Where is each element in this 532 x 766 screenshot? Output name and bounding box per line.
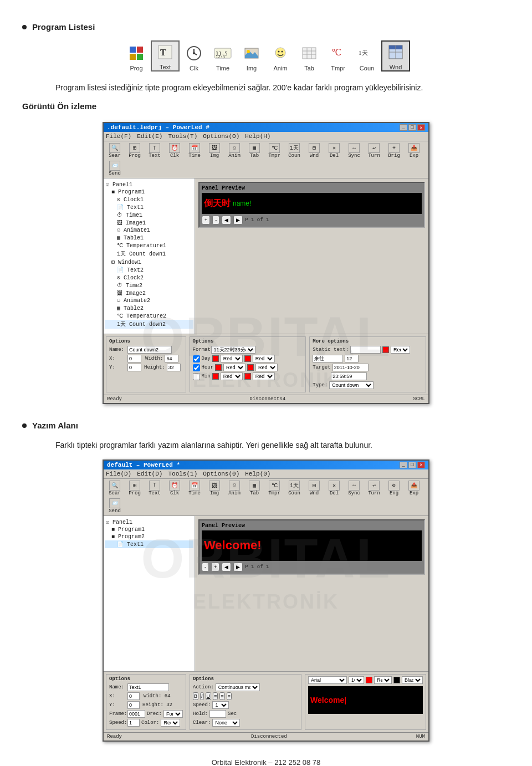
- tb2-tmpr[interactable]: ℃Tmpr: [265, 481, 283, 496]
- tree2-text1[interactable]: 📄 Text1: [105, 540, 193, 548]
- tb-anim[interactable]: ☺Anim: [226, 143, 243, 159]
- hour-color-select[interactable]: Red: [223, 364, 245, 371]
- min-checkbox[interactable]: [193, 373, 200, 380]
- menu-file-2[interactable]: File(D): [106, 471, 131, 477]
- preview-next-btn[interactable]: ▶: [233, 216, 243, 224]
- tb2-sear[interactable]: 🔍Sear: [106, 481, 124, 496]
- tree-panel1[interactable]: ☑ Panel1: [105, 181, 193, 188]
- opt2-x-input[interactable]: [127, 692, 140, 700]
- tree-table1[interactable]: ▦ Table1: [105, 234, 193, 242]
- tb2-prog[interactable]: ⊞Prog: [126, 481, 144, 496]
- menu-options-2[interactable]: Options(0): [203, 471, 239, 477]
- target-date-input[interactable]: [332, 364, 369, 371]
- tree2-program2[interactable]: ■ Program2: [105, 533, 193, 540]
- close-btn-1[interactable]: ✕: [417, 124, 425, 131]
- toolbar-text[interactable]: T Text: [151, 40, 180, 72]
- opt2-name-input[interactable]: [127, 683, 169, 691]
- tb2-sync[interactable]: ↔Sync: [345, 481, 363, 496]
- preview2-minus-btn[interactable]: -: [202, 563, 209, 571]
- tb2-exp[interactable]: 📤Exp: [405, 481, 423, 496]
- tree-animate1[interactable]: ☺ Animate1: [105, 227, 193, 234]
- tree-program1[interactable]: ■ Program1: [105, 188, 193, 196]
- tb2-coun[interactable]: 1天Coun: [285, 481, 303, 496]
- tree-window1[interactable]: ⊞ Window1: [105, 258, 193, 266]
- opt2-bgcolor-select[interactable]: Black: [402, 676, 423, 684]
- tb-sync[interactable]: ↔Sync: [345, 143, 363, 159]
- tb-wnd[interactable]: ⊞Wnd: [305, 143, 323, 159]
- opt2-y-input[interactable]: [127, 701, 140, 709]
- opt2-color-select[interactable]: Red: [161, 719, 180, 727]
- preview2-next-btn[interactable]: ▶: [233, 563, 243, 571]
- maximize-btn-1[interactable]: □: [408, 124, 416, 131]
- toolbar-img[interactable]: Img: [237, 43, 266, 72]
- tree-table2[interactable]: ▦ Table2: [105, 304, 193, 312]
- day-color-select[interactable]: Red: [221, 355, 243, 362]
- tb-turn[interactable]: ↩Turn: [365, 143, 383, 159]
- toolbar-prog[interactable]: Prog: [122, 43, 151, 72]
- tb-time[interactable]: 📅Time: [186, 143, 203, 159]
- tb-tab[interactable]: ▦Tab: [245, 143, 263, 159]
- day-checkbox[interactable]: [193, 355, 200, 362]
- opt2-hold-input[interactable]: [209, 710, 226, 718]
- preview2-prev-btn[interactable]: ◀: [222, 563, 231, 571]
- opt2-fontcolor-select[interactable]: Red: [374, 676, 392, 684]
- tb2-clk[interactable]: ⏰Clk: [166, 481, 183, 496]
- opt2-align-center-btn[interactable]: ≡: [219, 692, 224, 700]
- tree2-panel1[interactable]: ☑ Panel1: [105, 518, 193, 526]
- type-select[interactable]: Count down: [329, 381, 374, 389]
- tree-temp2[interactable]: ℃ Temperature2: [105, 312, 193, 320]
- opt2-clear-select[interactable]: None: [212, 719, 240, 727]
- tb2-time[interactable]: 📅Time: [186, 481, 203, 496]
- toolbar-tab[interactable]: Tab: [295, 43, 324, 72]
- tb2-turn[interactable]: ↩Turn: [365, 481, 383, 496]
- toolbar-time[interactable]: 11-5 12:3 Time: [208, 43, 237, 72]
- width-input[interactable]: [165, 355, 178, 362]
- min-color2-select[interactable]: Red: [253, 372, 275, 380]
- minimize-btn-1[interactable]: _: [400, 124, 407, 131]
- menu-tools-2[interactable]: Tools(1): [168, 471, 197, 477]
- tree-text2[interactable]: 📄 Text2: [105, 266, 193, 274]
- close-btn-2[interactable]: ✕: [417, 462, 425, 468]
- tb2-send[interactable]: 📨Send: [106, 498, 124, 514]
- static-color-select[interactable]: Red: [391, 346, 410, 354]
- preview-minus-btn[interactable]: -: [212, 216, 219, 224]
- tb-del[interactable]: ✕Del: [325, 143, 343, 159]
- tb-brig[interactable]: ☀Brig: [385, 143, 403, 159]
- opt2-action-select[interactable]: Continuous move: [216, 683, 260, 691]
- toolbar-coun[interactable]: 1天 Coun: [352, 43, 381, 72]
- y-input[interactable]: [127, 364, 141, 371]
- preview-plus-btn[interactable]: +: [202, 216, 210, 224]
- opt2-italic-btn[interactable]: I: [200, 692, 204, 700]
- opt2-font-select[interactable]: Arial: [308, 676, 347, 684]
- tb2-text[interactable]: TText: [146, 481, 163, 496]
- preview-prev-btn[interactable]: ◀: [222, 216, 231, 224]
- tb-send[interactable]: 📨Send: [106, 161, 124, 176]
- maximize-btn-2[interactable]: □: [408, 462, 416, 468]
- tb-exp[interactable]: 📤Exp: [405, 143, 423, 159]
- min-color-select[interactable]: Red: [221, 372, 243, 380]
- opt2-bold-btn[interactable]: B: [193, 692, 198, 700]
- opt2-align-right-btn[interactable]: ≡: [227, 692, 232, 700]
- tb-prog[interactable]: ⊞Prog: [126, 143, 144, 159]
- tb2-wnd[interactable]: ⊞Wnd: [305, 481, 323, 496]
- minimize-btn-2[interactable]: _: [400, 462, 407, 468]
- opt2-drec-select[interactable]: Font: [163, 710, 183, 718]
- x-input[interactable]: [127, 355, 141, 362]
- menu-options-1[interactable]: Options(O): [203, 133, 239, 140]
- tb2-img[interactable]: 🖼Img: [206, 481, 223, 496]
- tree-animate2[interactable]: ☺ Animate2: [105, 297, 193, 304]
- tb-text[interactable]: TText: [146, 143, 163, 159]
- tb-tmpr[interactable]: ℃Tmpr: [265, 143, 283, 159]
- opt2-speed-input[interactable]: [127, 719, 140, 727]
- blank-input[interactable]: [313, 355, 343, 362]
- tb2-anim[interactable]: ☺Anim: [226, 481, 243, 496]
- tree-clock2[interactable]: ⊙ Clock2: [105, 274, 193, 282]
- toolbar-clk[interactable]: Clk: [180, 43, 208, 72]
- name-input[interactable]: [127, 346, 172, 354]
- menu-edit-1[interactable]: Edit(E): [137, 133, 162, 140]
- menu-help-1[interactable]: Help(H): [245, 133, 270, 140]
- toolbar-tmpr[interactable]: ℃ Tmpr: [324, 43, 352, 72]
- tb2-tab[interactable]: ▦Tab: [245, 481, 263, 496]
- menu-file-1[interactable]: File(F): [106, 133, 131, 140]
- hour-checkbox[interactable]: [193, 364, 200, 371]
